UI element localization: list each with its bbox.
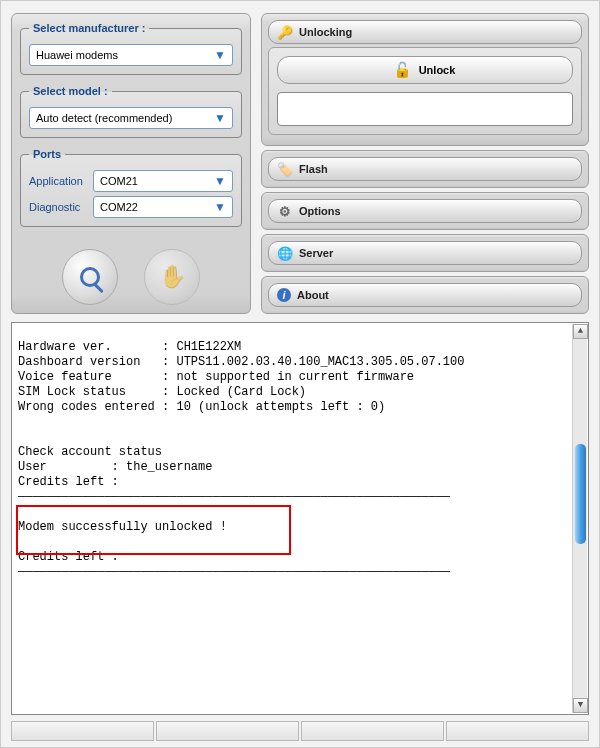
scroll-down-button[interactable]: ▼ — [573, 698, 588, 713]
status-cell-1 — [11, 721, 154, 741]
action-buttons: ✋ — [20, 249, 242, 305]
gear-icon: ⚙ — [277, 203, 293, 219]
highlight-box — [16, 505, 291, 555]
chevron-down-icon: ▼ — [212, 199, 228, 215]
options-panel: ⚙ Options — [261, 192, 589, 230]
server-title: Server — [299, 247, 333, 259]
ports-legend: Ports — [29, 148, 65, 160]
options-title: Options — [299, 205, 341, 217]
tag-icon: 🏷️ — [277, 161, 293, 177]
chevron-down-icon: ▼ — [212, 173, 228, 189]
scroll-thumb[interactable] — [575, 444, 586, 544]
unlocking-header[interactable]: 🔑 Unlocking — [268, 20, 582, 44]
options-header[interactable]: ⚙ Options — [268, 199, 582, 223]
unlock-label: Unlock — [419, 64, 456, 76]
info-icon: i — [277, 288, 291, 302]
right-panel: 🔑 Unlocking 🔓 Unlock 🏷️ Flash — [261, 13, 589, 314]
status-cell-2 — [156, 721, 299, 741]
server-header[interactable]: 🌐 Server — [268, 241, 582, 265]
port-application-row: Application COM21 ▼ — [29, 170, 233, 192]
model-group: Select model : Auto detect (recommended)… — [20, 85, 242, 138]
key-icon: 🔑 — [277, 24, 293, 40]
search-button[interactable] — [62, 249, 118, 305]
status-cell-4 — [446, 721, 589, 741]
unlocking-body: 🔓 Unlock — [268, 47, 582, 135]
about-panel: i About — [261, 276, 589, 314]
log-output[interactable]: Hardware ver. : CH1E122XM Dashboard vers… — [11, 322, 589, 715]
unlock-button[interactable]: 🔓 Unlock — [277, 56, 573, 84]
stop-hand-icon: ✋ — [159, 264, 186, 290]
status-cell-3 — [301, 721, 444, 741]
flash-title: Flash — [299, 163, 328, 175]
chevron-down-icon: ▼ — [212, 47, 228, 63]
status-bar — [11, 721, 589, 741]
model-dropdown[interactable]: Auto detect (recommended) ▼ — [29, 107, 233, 129]
manufacturer-dropdown[interactable]: Huawei modems ▼ — [29, 44, 233, 66]
port-app-dropdown[interactable]: COM21 ▼ — [93, 170, 233, 192]
unlocking-title: Unlocking — [299, 26, 352, 38]
model-legend: Select model : — [29, 85, 112, 97]
unlock-content-area — [277, 92, 573, 126]
about-header[interactable]: i About — [268, 283, 582, 307]
flash-header[interactable]: 🏷️ Flash — [268, 157, 582, 181]
stop-button[interactable]: ✋ — [144, 249, 200, 305]
port-diag-label: Diagnostic — [29, 201, 85, 213]
port-app-label: Application — [29, 175, 85, 187]
port-diag-dropdown[interactable]: COM22 ▼ — [93, 196, 233, 218]
magnifier-icon — [80, 267, 100, 287]
scroll-up-button[interactable]: ▲ — [573, 324, 588, 339]
top-area: Select manufacturer : Huawei modems ▼ Se… — [1, 1, 599, 322]
left-panel: Select manufacturer : Huawei modems ▼ Se… — [11, 13, 251, 314]
app-window: Select manufacturer : Huawei modems ▼ Se… — [0, 0, 600, 748]
unlocking-panel: 🔑 Unlocking 🔓 Unlock — [261, 13, 589, 146]
manufacturer-value: Huawei modems — [36, 49, 212, 61]
model-value: Auto detect (recommended) — [36, 112, 212, 124]
globe-icon: 🌐 — [277, 245, 293, 261]
server-panel: 🌐 Server — [261, 234, 589, 272]
port-diagnostic-row: Diagnostic COM22 ▼ — [29, 196, 233, 218]
manufacturer-legend: Select manufacturer : — [29, 22, 149, 34]
manufacturer-group: Select manufacturer : Huawei modems ▼ — [20, 22, 242, 75]
flash-panel: 🏷️ Flash — [261, 150, 589, 188]
chevron-down-icon: ▼ — [212, 110, 228, 126]
scrollbar[interactable]: ▲ ▼ — [572, 324, 587, 713]
lock-open-icon: 🔓 — [395, 62, 411, 78]
port-app-value: COM21 — [100, 175, 212, 187]
port-diag-value: COM22 — [100, 201, 212, 213]
about-title: About — [297, 289, 329, 301]
ports-group: Ports Application COM21 ▼ Diagnostic COM… — [20, 148, 242, 227]
